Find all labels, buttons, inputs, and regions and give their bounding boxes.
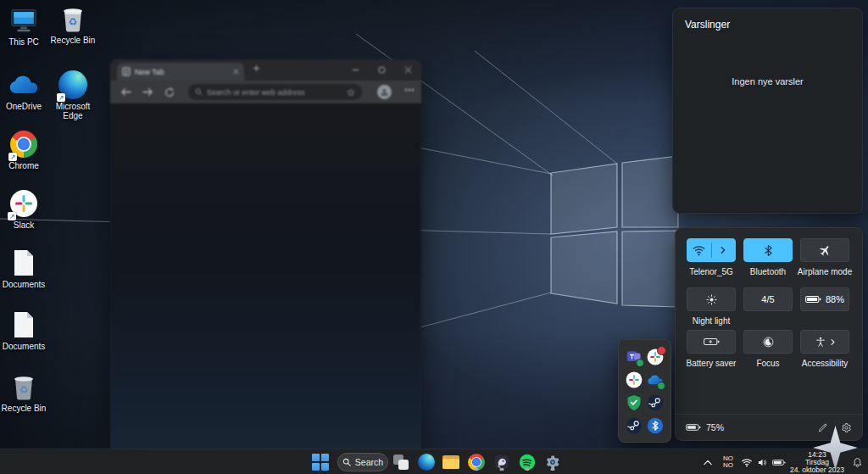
close-button[interactable] <box>395 66 421 74</box>
tray-chevron-up-icon[interactable] <box>698 460 717 466</box>
night-light-label: Night light <box>687 316 736 326</box>
taskbar-search[interactable]: Search <box>337 453 388 471</box>
back-icon[interactable] <box>114 87 136 97</box>
tab-close-icon[interactable] <box>233 69 239 75</box>
running-indicator <box>551 468 555 471</box>
unread-badge <box>657 346 666 355</box>
wifi-button[interactable] <box>687 238 736 262</box>
browser-content <box>110 103 421 449</box>
desktop-icon-this-pc[interactable]: This PC <box>0 5 51 47</box>
chrome-icon: ↗ <box>10 129 37 159</box>
bluetooth-label: Bluetooth <box>743 267 793 276</box>
steam-icon[interactable] <box>626 417 643 434</box>
bluetooth-button[interactable] <box>743 238 793 262</box>
no-notifications-message: Ingen nye varsler <box>673 76 862 86</box>
minimize-button[interactable] <box>342 66 369 74</box>
taskbar-spotify[interactable] <box>518 453 537 471</box>
browser-menu-icon[interactable] <box>404 88 415 92</box>
taskbar: Search NONO 14:23 Tirsdag 24. oktober 20… <box>0 449 868 474</box>
recycle-bin-icon: ♻ <box>60 3 86 34</box>
new-tab-button[interactable] <box>253 64 260 72</box>
desktop-icon-documents-1[interactable]: Documents <box>0 248 51 289</box>
shortcut-arrow-icon: ↗ <box>57 93 65 102</box>
language-indicator[interactable]: NONO <box>717 455 739 469</box>
tray-wifi-icon[interactable] <box>739 458 754 467</box>
accessibility-label: Accessibility <box>794 359 855 368</box>
taskbar-chrome[interactable] <box>467 453 486 471</box>
onedrive-icon[interactable] <box>647 371 664 388</box>
desktop-icon-label: Documents <box>3 280 46 289</box>
edge-browser-window[interactable]: New Tab Search or enter web address <box>110 59 421 449</box>
browser-titlebar[interactable]: New Tab <box>110 59 421 81</box>
edge-icon: ↗ <box>58 70 87 100</box>
task-view-icon <box>393 454 409 470</box>
sun-icon <box>705 293 718 306</box>
night-light-button[interactable] <box>687 287 736 311</box>
desktop-icon-onedrive[interactable]: OneDrive <box>0 70 51 111</box>
desktop-icon-edge[interactable]: ↗ Microsoft Edge <box>46 70 100 120</box>
recycle-bin-icon: ♻ <box>11 371 36 402</box>
edge-icon <box>418 454 435 471</box>
teams-icon[interactable] <box>626 349 643 365</box>
start-button[interactable] <box>311 453 330 471</box>
desktop-icon-label: OneDrive <box>6 102 42 111</box>
focus-moon-icon <box>762 336 775 349</box>
desktop-icon-slack[interactable]: ↗ Slack <box>0 188 51 230</box>
airplane-icon <box>815 241 833 259</box>
tray-battery-icon[interactable] <box>770 459 788 466</box>
taskbar-game-app[interactable] <box>492 453 511 471</box>
focus-label: Focus <box>743 359 793 368</box>
language-line2: NO <box>723 461 733 469</box>
this-pc-icon <box>9 5 38 36</box>
taskbar-edge[interactable] <box>417 453 436 471</box>
airplane-mode-label: Airplane mode <box>794 267 855 276</box>
battery-icon <box>686 423 701 432</box>
accessibility-button[interactable] <box>800 330 849 354</box>
battery-level-button[interactable]: 88% <box>800 287 849 311</box>
desktop-icon-label: Recycle Bin <box>2 404 47 413</box>
desktop-icon-recycle-bin-empty[interactable]: ♻ Recycle Bin <box>0 371 51 413</box>
airplane-mode-button[interactable] <box>800 238 849 262</box>
desktop-icon-label: Recycle Bin <box>51 36 96 45</box>
battery-status: 75% <box>686 422 724 432</box>
tray-volume-icon[interactable] <box>754 457 770 468</box>
wifi-icon[interactable] <box>687 239 711 261</box>
desktop-icon-label: Slack <box>14 220 34 230</box>
maximize-button[interactable] <box>369 66 395 74</box>
profile-avatar[interactable] <box>377 85 392 99</box>
address-bar[interactable]: Search or enter web address <box>188 84 362 100</box>
slack-icon[interactable] <box>626 371 643 388</box>
favorites-star-icon[interactable] <box>347 88 355 97</box>
edit-quick-settings-icon[interactable] <box>817 422 828 433</box>
wifi-label: Telenor_5G <box>687 267 736 276</box>
desktop-icon-documents-2[interactable]: Documents <box>0 309 51 351</box>
battery-saver-icon <box>704 337 720 346</box>
document-icon <box>13 248 35 278</box>
forward-icon[interactable] <box>136 87 159 97</box>
quick-settings-panel: Telenor_5G Bluetooth Airplane mode 4/5 8… <box>675 227 863 441</box>
battery-status-text: 75% <box>706 422 724 432</box>
windows-logo-icon <box>312 454 329 471</box>
bluetooth-tray-icon[interactable] <box>647 417 664 434</box>
browser-tab[interactable]: New Tab <box>117 63 244 81</box>
running-indicator <box>500 468 504 471</box>
windows-security-icon[interactable] <box>626 394 643 411</box>
taskbar-file-explorer[interactable] <box>442 453 460 471</box>
taskbar-settings[interactable] <box>543 453 562 471</box>
steam-icon[interactable] <box>647 394 664 411</box>
slack-unread-icon[interactable] <box>647 349 664 365</box>
desktop-icon-recycle-bin-full[interactable]: ♻ Recycle Bin <box>46 3 100 45</box>
wifi-expand-chevron-icon[interactable] <box>712 239 736 261</box>
desktop-icon-chrome[interactable]: ↗ Chrome <box>0 129 51 170</box>
refresh-icon[interactable] <box>159 87 181 98</box>
desktop-icon-label: Microsoft Edge <box>46 102 100 120</box>
battery-saver-button[interactable] <box>687 330 736 354</box>
brightness-level-button[interactable]: 4/5 <box>743 287 793 311</box>
status-dot <box>636 359 644 367</box>
settings-gear-icon[interactable] <box>841 422 852 433</box>
task-view-button[interactable] <box>392 453 410 471</box>
notification-bell-icon[interactable] <box>846 457 868 468</box>
tab-title: New Tab <box>135 68 229 76</box>
browser-toolbar: Search or enter web address <box>110 81 421 103</box>
focus-button[interactable] <box>743 330 793 354</box>
